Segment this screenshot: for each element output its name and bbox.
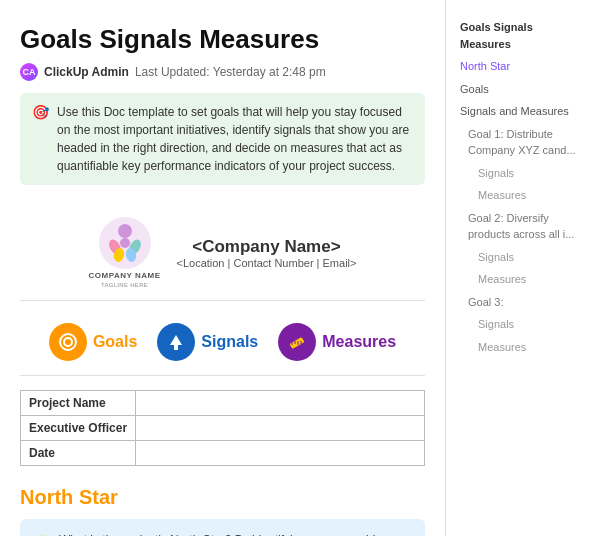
date-label: Date [21, 441, 136, 466]
company-details: <Location | Contact Number | Email> [176, 257, 356, 269]
goals-icon-item: Goals [49, 323, 137, 361]
sidebar-item-2[interactable]: Goals [456, 78, 590, 101]
sidebar-item-8[interactable]: Signals [456, 246, 590, 269]
sidebar-item-5[interactable]: Signals [456, 162, 590, 185]
measures-circle [278, 323, 316, 361]
table-row-date: Date [21, 441, 425, 466]
info-table: Project Name Executive Officer Date [20, 390, 425, 466]
meta-row: CA ClickUp Admin Last Updated: Yesterday… [20, 63, 425, 81]
company-card: COMPANY NAME TAGLINE HERE <Company Name>… [20, 201, 425, 301]
sidebar-item-6[interactable]: Measures [456, 184, 590, 207]
svg-point-9 [65, 339, 71, 345]
svg-point-6 [120, 238, 130, 248]
signals-label: Signals [201, 333, 258, 351]
north-star-title: North Star [20, 486, 425, 509]
banner-text: Use this Doc template to set goals that … [57, 103, 413, 175]
signals-icon-item: Signals [157, 323, 258, 361]
table-row-project: Project Name [21, 391, 425, 416]
sidebar: Goals Signals MeasuresNorth StarGoalsSig… [445, 0, 600, 536]
measures-svg [286, 331, 308, 353]
logo-sub: TAGLINE HERE [101, 282, 148, 288]
measures-label: Measures [322, 333, 396, 351]
svg-point-1 [118, 224, 132, 238]
north-star-text: What is the project's North Star? By ide… [59, 531, 411, 536]
company-info: <Company Name> <Location | Contact Numbe… [176, 237, 356, 269]
author-label: ClickUp Admin [44, 65, 129, 79]
table-row-officer: Executive Officer [21, 416, 425, 441]
icons-row: Goals Signals [20, 313, 425, 376]
executive-officer-value[interactable] [136, 416, 425, 441]
north-star-box: 💡 What is the project's North Star? By i… [20, 519, 425, 536]
info-banner: 🎯 Use this Doc template to set goals tha… [20, 93, 425, 185]
project-name-value[interactable] [136, 391, 425, 416]
sidebar-item-10[interactable]: Goal 3: [456, 291, 590, 314]
sidebar-item-1[interactable]: North Star [456, 55, 590, 78]
sidebar-item-0[interactable]: Goals Signals Measures [456, 16, 590, 55]
main-content: Goals Signals Measures CA ClickUp Admin … [0, 0, 445, 536]
date-value[interactable] [136, 441, 425, 466]
sidebar-item-11[interactable]: Signals [456, 313, 590, 336]
logo-svg [99, 217, 151, 269]
company-name: <Company Name> [176, 237, 356, 257]
banner-icon: 🎯 [32, 104, 49, 120]
svg-rect-12 [174, 345, 178, 350]
goals-label: Goals [93, 333, 137, 351]
page-title: Goals Signals Measures [20, 24, 425, 55]
sidebar-item-4[interactable]: Goal 1: Distribute Company XYZ cand... [456, 123, 590, 162]
sidebar-item-12[interactable]: Measures [456, 336, 590, 359]
project-name-label: Project Name [21, 391, 136, 416]
north-star-icon: 💡 [34, 532, 51, 536]
avatar: CA [20, 63, 38, 81]
measures-icon-item: Measures [278, 323, 396, 361]
updated-label: Last Updated: Yesterday at 2:48 pm [135, 65, 326, 79]
sidebar-item-9[interactable]: Measures [456, 268, 590, 291]
signals-circle [157, 323, 195, 361]
sidebar-item-3[interactable]: Signals and Measures [456, 100, 590, 123]
company-logo: COMPANY NAME TAGLINE HERE [89, 217, 161, 288]
sidebar-item-7[interactable]: Goal 2: Diversify products across all i.… [456, 207, 590, 246]
goals-circle [49, 323, 87, 361]
signals-svg [165, 331, 187, 353]
logo-label: COMPANY NAME [89, 271, 161, 280]
executive-officer-label: Executive Officer [21, 416, 136, 441]
goals-svg [57, 331, 79, 353]
